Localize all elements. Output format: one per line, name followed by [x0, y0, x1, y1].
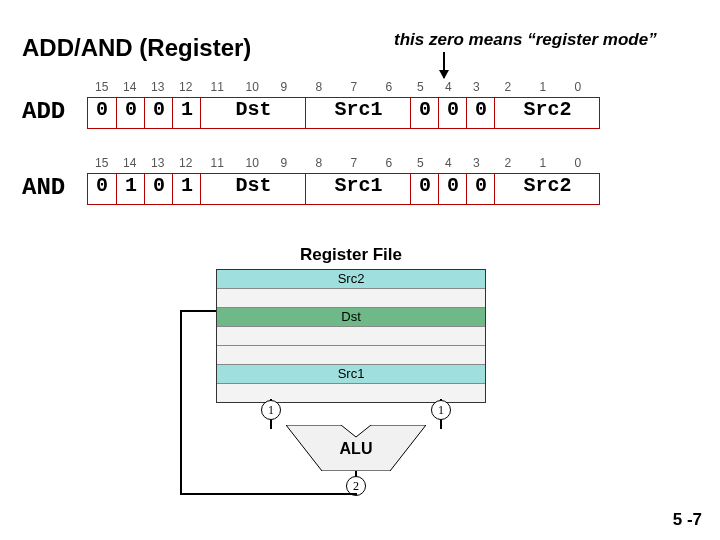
- bit-index: 15: [95, 80, 108, 94]
- field: 0: [438, 98, 467, 128]
- encoding-and: 0101DstSrc1000Src2: [87, 173, 600, 205]
- bit-index: 12: [179, 156, 192, 170]
- regfile-row: [217, 383, 485, 402]
- wire-label-1a: 1: [261, 400, 281, 420]
- wire-fb-bot: [180, 493, 357, 495]
- field: 0: [88, 174, 116, 204]
- bit-index: 9: [281, 156, 288, 170]
- alu-label: ALU: [286, 440, 426, 458]
- bit-index: 10: [246, 80, 259, 94]
- bit-index: 1: [540, 156, 547, 170]
- bit-index: 14: [123, 80, 136, 94]
- encoding-add: 0001DstSrc1000Src2: [87, 97, 600, 129]
- annotation-arrow: [443, 52, 445, 78]
- regfile-row: [217, 345, 485, 364]
- field: Src2: [494, 98, 600, 128]
- bit-index: 12: [179, 80, 192, 94]
- bit-index: 7: [351, 156, 358, 170]
- bit-index: 7: [351, 80, 358, 94]
- regfile-row: [217, 288, 485, 307]
- bit-index: 14: [123, 156, 136, 170]
- field: Dst: [200, 98, 306, 128]
- bit-index: 5: [417, 156, 424, 170]
- field: 0: [144, 98, 173, 128]
- field: 0: [116, 98, 145, 128]
- field: 0: [410, 174, 439, 204]
- register-file-box: Src2DstSrc1: [216, 269, 486, 403]
- field: 0: [466, 174, 495, 204]
- regfile-src1: Src1: [217, 364, 485, 383]
- field: 1: [172, 174, 201, 204]
- bit-index: 11: [211, 80, 224, 94]
- bit-index: 0: [575, 156, 582, 170]
- bit-index: 8: [316, 156, 323, 170]
- bit-index: 5: [417, 80, 424, 94]
- bit-index: 2: [505, 80, 512, 94]
- regfile-dst: Dst: [217, 307, 485, 326]
- bit-index: 3: [473, 156, 480, 170]
- wire-label-1b: 1: [431, 400, 451, 420]
- bit-index: 13: [151, 80, 164, 94]
- bit-index: 10: [246, 156, 259, 170]
- page-number: 5 -7: [673, 510, 702, 530]
- field: 0: [438, 174, 467, 204]
- field: 1: [116, 174, 145, 204]
- mnemonic-add: ADD: [22, 98, 65, 125]
- field: Dst: [200, 174, 306, 204]
- mode-annotation: this zero means “register mode”: [394, 30, 657, 50]
- field: 1: [172, 98, 201, 128]
- bit-index: 4: [445, 80, 452, 94]
- field: 0: [88, 98, 116, 128]
- bit-index: 2: [505, 156, 512, 170]
- register-file-title: Register File: [216, 245, 486, 265]
- field: 0: [466, 98, 495, 128]
- field: Src1: [305, 98, 411, 128]
- regfile-src2: Src2: [217, 270, 485, 288]
- bit-index: 9: [281, 80, 288, 94]
- field: Src1: [305, 174, 411, 204]
- alu: ALU: [286, 425, 426, 471]
- field: 0: [144, 174, 173, 204]
- register-file: Register File Src2DstSrc1: [216, 245, 486, 403]
- field: Src2: [494, 174, 600, 204]
- bit-indices-add: 1514131211109876543210: [87, 80, 598, 94]
- bit-index: 1: [540, 80, 547, 94]
- regfile-row: [217, 326, 485, 345]
- bit-index: 3: [473, 80, 480, 94]
- page-title: ADD/AND (Register): [22, 34, 251, 62]
- mnemonic-and: AND: [22, 174, 65, 201]
- bit-index: 13: [151, 156, 164, 170]
- bit-index: 15: [95, 156, 108, 170]
- bit-index: 4: [445, 156, 452, 170]
- bit-index: 6: [386, 156, 393, 170]
- bit-index: 8: [316, 80, 323, 94]
- field: 0: [410, 98, 439, 128]
- bit-index: 11: [211, 156, 224, 170]
- bit-indices-and: 1514131211109876543210: [87, 156, 598, 170]
- bit-index: 6: [386, 80, 393, 94]
- wire-fb-top: [180, 310, 216, 312]
- wire-fb-vert: [180, 310, 182, 495]
- bit-index: 0: [575, 80, 582, 94]
